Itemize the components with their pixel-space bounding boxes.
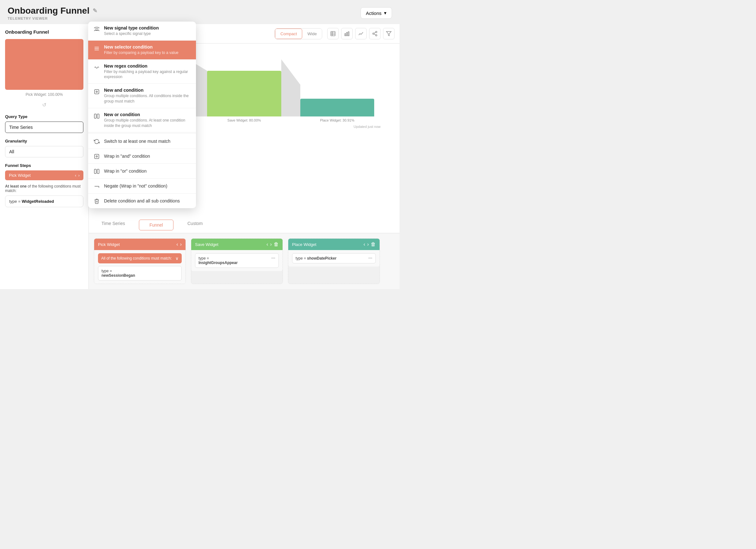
svg-rect-20 [95,114,96,118]
query-type-label: Query Type [5,114,83,119]
selector-icon [93,45,100,52]
line-chart-icon-btn[interactable] [355,28,367,39]
step3-delete[interactable]: 🗑 [371,241,376,247]
sidebar: Onboarding Funnel Pick Widget: 100.00% ↺… [0,24,89,289]
chevron-down-icon: ∨ [175,256,179,261]
step3-left-arrow[interactable]: ‹ [363,241,365,247]
wrap-or-icon [93,168,100,175]
svg-rect-4 [345,34,346,36]
step3-right-arrow[interactable]: › [367,241,369,247]
negate-icon [93,183,100,190]
menu-divider-1 [88,133,196,133]
menu-item-wrap-or[interactable]: Wrap in "or" condition [88,164,196,179]
menu-item-wrap-and[interactable]: Wrap in "and" condition [88,149,196,164]
granularity-input[interactable]: All [5,146,83,157]
refresh-icon[interactable]: ↺ [5,102,83,108]
step-card-header-3: Place Widget ‹ › 🗑 [288,238,380,250]
svg-rect-18 [95,89,99,94]
condition-show-date-picker: type = showDatePicker ••• [292,253,376,263]
menu-item-switch[interactable]: Switch to at least one must match [88,134,196,149]
condition-new-session: type =newSessionBegan [98,266,182,281]
tab-funnel[interactable]: Funnel [139,219,173,230]
bar-label-2: Save Widget: 80.00% [207,118,281,122]
svg-point-19 [96,91,98,93]
menu-item-delete[interactable]: Delete condition and all sub conditions [88,193,196,208]
wide-view-btn[interactable]: Wide [302,29,322,39]
svg-point-23 [96,156,98,157]
tab-time-series[interactable]: Time Series [89,217,138,233]
sidebar-funnel-title: Onboarding Funnel [5,29,83,35]
granularity-label: Granularity [5,139,83,143]
actions-button[interactable]: Actions ▾ [361,7,392,19]
chevron-down-icon: ▾ [384,10,387,16]
all-conditions-badge[interactable]: All of the following conditions must mat… [98,253,182,263]
svg-rect-22 [95,154,99,159]
page-header: Onboarding Funnel ✎ TELEMETRY VIEWER Act… [0,0,400,24]
svg-marker-14 [281,59,300,116]
svg-point-7 [375,31,377,33]
menu-item-signal-type[interactable]: New signal type condition Select a speci… [88,22,196,41]
svg-rect-25 [97,169,99,174]
step-card-header-2: Save Widget ‹ › 🗑 [191,238,283,250]
menu-item-and[interactable]: New and condition Group multiple conditi… [88,84,196,108]
step2-right-arrow[interactable]: › [270,241,272,247]
view-toggle: Compact Wide [275,28,322,39]
and-icon [93,88,100,95]
svg-rect-5 [347,32,348,36]
delete-icon [93,198,100,205]
funnel-steps-label: Funnel Steps [5,163,83,168]
svg-rect-24 [95,169,96,174]
menu-item-regex[interactable]: New regex condition Filter by matching a… [88,60,196,84]
step1-right-arrow[interactable]: › [180,241,182,247]
funnel-bar-label: Pick Widget: 100.00% [5,92,83,97]
page-title: Onboarding Funnel ✎ [8,6,97,16]
svg-line-10 [374,34,375,35]
svg-point-9 [375,35,377,36]
step-card-header-1: Pick Widget ‹ › [94,238,186,250]
main-layout: Onboarding Funnel Pick Widget: 100.00% ↺… [0,24,400,289]
tab-row: Time Series Funnel Custom [89,217,400,233]
step-card-place-widget: Place Widget ‹ › 🗑 type = showDatePicker… [288,238,380,284]
query-type-selector[interactable]: Time Series [5,121,83,133]
menu-item-negate[interactable]: Negate (Wrap in "not" condition) [88,179,196,193]
step-card-pick-widget: Pick Widget ‹ › All of the following con… [94,238,186,284]
more-options-icon[interactable]: ••• [271,256,275,265]
menu-item-selector[interactable]: New selector condition Filter by compari… [88,41,196,60]
right-arrow-icon[interactable]: › [78,173,80,178]
svg-rect-21 [97,114,99,118]
chart-bar-3 [300,59,374,116]
funnel-bar-visual [5,39,83,90]
condition-insight-groups: type =InsightGroupsAppear ••• [195,253,279,268]
step2-delete[interactable]: 🗑 [274,241,279,247]
signal-icon [93,26,100,33]
regex-icon [93,64,100,71]
step-arrows: ‹ › [75,173,80,178]
step1-left-arrow[interactable]: ‹ [176,241,178,247]
share-icon-btn[interactable] [369,28,381,39]
tab-custom[interactable]: Custom [175,217,215,233]
chart-bar-2 [207,59,281,116]
compact-view-btn[interactable]: Compact [275,29,302,39]
svg-marker-12 [387,31,391,36]
svg-rect-6 [348,32,349,36]
step-pick-widget[interactable]: Pick Widget ‹ › [5,170,83,180]
edit-icon[interactable]: ✎ [93,7,97,14]
svg-line-11 [374,32,375,33]
switch-icon [93,138,100,145]
bar-chart-icon-btn[interactable] [341,28,353,39]
at-least-one-label: At least one of the following conditions… [5,184,83,193]
table-icon-btn[interactable] [327,28,339,39]
step2-left-arrow[interactable]: ‹ [266,241,268,247]
more-options-icon-3[interactable]: ••• [368,256,372,260]
context-dropdown-menu: New signal type condition Select a speci… [88,22,196,208]
header-left: Onboarding Funnel ✎ TELEMETRY VIEWER [8,6,97,20]
menu-item-or[interactable]: New or condition Group multiple conditio… [88,108,196,133]
subtitle: TELEMETRY VIEWER [8,16,97,20]
bar-label-3: Place Widget: 30.91% [300,118,374,122]
filter-icon-btn[interactable] [383,28,394,39]
left-arrow-icon[interactable]: ‹ [75,173,76,178]
svg-rect-0 [331,31,335,36]
wrap-and-icon [93,153,100,160]
svg-point-8 [373,33,374,35]
funnel-steps-row: Pick Widget ‹ › All of the following con… [89,233,400,289]
